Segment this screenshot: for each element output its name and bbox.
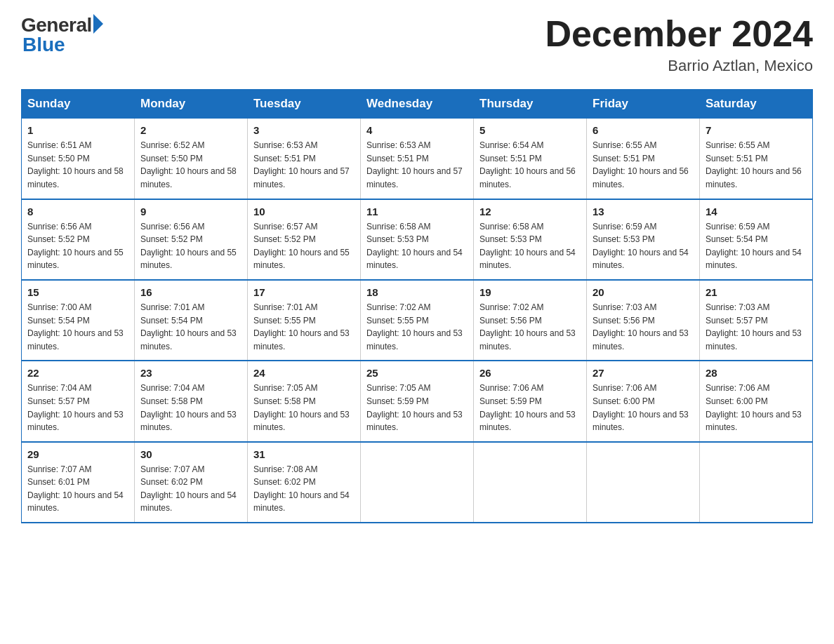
calendar-table: SundayMondayTuesdayWednesdayThursdayFrid… — [21, 89, 813, 523]
weekday-header: Thursday — [474, 90, 587, 119]
day-number: 18 — [366, 286, 468, 298]
calendar-cell: 27 Sunrise: 7:06 AMSunset: 6:00 PMDaylig… — [587, 361, 700, 441]
calendar-cell: 19 Sunrise: 7:02 AMSunset: 5:56 PMDaylig… — [474, 280, 587, 361]
calendar-cell: 17 Sunrise: 7:01 AMSunset: 5:55 PMDaylig… — [248, 280, 361, 361]
day-number: 30 — [140, 448, 241, 460]
day-info: Sunrise: 6:59 AMSunset: 5:53 PMDaylight:… — [593, 222, 689, 271]
day-number: 26 — [479, 367, 581, 379]
calendar-cell — [587, 442, 700, 523]
day-number: 15 — [27, 286, 128, 298]
calendar-cell: 6 Sunrise: 6:55 AMSunset: 5:51 PMDayligh… — [587, 119, 700, 199]
calendar-cell: 31 Sunrise: 7:08 AMSunset: 6:02 PMDaylig… — [248, 442, 361, 523]
day-info: Sunrise: 7:02 AMSunset: 5:56 PMDaylight:… — [479, 302, 576, 351]
day-number: 23 — [140, 367, 241, 379]
day-number: 10 — [253, 206, 355, 217]
day-info: Sunrise: 6:52 AMSunset: 5:50 PMDaylight:… — [140, 140, 237, 189]
calendar-cell: 25 Sunrise: 7:05 AMSunset: 5:59 PMDaylig… — [361, 361, 474, 441]
calendar-cell: 24 Sunrise: 7:05 AMSunset: 5:58 PMDaylig… — [248, 361, 361, 441]
calendar-cell: 5 Sunrise: 6:54 AMSunset: 5:51 PMDayligh… — [474, 119, 587, 199]
day-info: Sunrise: 7:06 AMSunset: 6:00 PMDaylight:… — [593, 383, 689, 432]
day-info: Sunrise: 7:08 AMSunset: 6:02 PMDaylight:… — [253, 464, 350, 514]
calendar-week-row: 29 Sunrise: 7:07 AMSunset: 6:01 PMDaylig… — [22, 442, 813, 523]
day-number: 9 — [140, 206, 241, 217]
day-number: 2 — [140, 124, 241, 136]
calendar-cell: 13 Sunrise: 6:59 AMSunset: 5:53 PMDaylig… — [587, 199, 700, 280]
day-number: 5 — [479, 124, 581, 136]
day-number: 12 — [479, 206, 581, 217]
day-number: 7 — [706, 124, 807, 136]
day-info: Sunrise: 7:05 AMSunset: 5:59 PMDaylight:… — [366, 383, 463, 432]
day-info: Sunrise: 6:58 AMSunset: 5:53 PMDaylight:… — [479, 222, 576, 271]
day-info: Sunrise: 7:06 AMSunset: 5:59 PMDaylight:… — [479, 383, 576, 432]
day-info: Sunrise: 6:55 AMSunset: 5:51 PMDaylight:… — [593, 140, 689, 189]
calendar-cell: 20 Sunrise: 7:03 AMSunset: 5:56 PMDaylig… — [587, 280, 700, 361]
day-info: Sunrise: 7:03 AMSunset: 5:57 PMDaylight:… — [706, 302, 802, 351]
weekday-header-row: SundayMondayTuesdayWednesdayThursdayFrid… — [22, 90, 813, 119]
month-title: December 2024 — [545, 14, 813, 54]
calendar-cell: 2 Sunrise: 6:52 AMSunset: 5:50 PMDayligh… — [135, 119, 248, 199]
day-info: Sunrise: 6:54 AMSunset: 5:51 PMDaylight:… — [479, 140, 576, 189]
day-info: Sunrise: 7:02 AMSunset: 5:55 PMDaylight:… — [366, 302, 463, 351]
day-number: 31 — [253, 448, 355, 460]
day-number: 14 — [706, 206, 807, 217]
day-number: 27 — [593, 367, 694, 379]
day-number: 19 — [479, 286, 581, 298]
weekday-header: Saturday — [700, 90, 813, 119]
weekday-header: Tuesday — [248, 90, 361, 119]
day-info: Sunrise: 7:07 AMSunset: 6:02 PMDaylight:… — [140, 464, 237, 514]
calendar-cell: 28 Sunrise: 7:06 AMSunset: 6:00 PMDaylig… — [700, 361, 813, 441]
logo: General Blue — [21, 14, 103, 56]
day-number: 1 — [27, 124, 128, 136]
day-info: Sunrise: 7:04 AMSunset: 5:57 PMDaylight:… — [27, 383, 124, 432]
day-number: 13 — [593, 206, 694, 217]
calendar-cell: 8 Sunrise: 6:56 AMSunset: 5:52 PMDayligh… — [22, 199, 135, 280]
day-number: 8 — [27, 206, 128, 217]
calendar-cell: 9 Sunrise: 6:56 AMSunset: 5:52 PMDayligh… — [135, 199, 248, 280]
calendar-cell: 3 Sunrise: 6:53 AMSunset: 5:51 PMDayligh… — [248, 119, 361, 199]
day-info: Sunrise: 6:58 AMSunset: 5:53 PMDaylight:… — [366, 222, 463, 271]
day-number: 17 — [253, 286, 355, 298]
calendar-cell: 30 Sunrise: 7:07 AMSunset: 6:02 PMDaylig… — [135, 442, 248, 523]
calendar-week-row: 22 Sunrise: 7:04 AMSunset: 5:57 PMDaylig… — [22, 361, 813, 441]
calendar-week-row: 8 Sunrise: 6:56 AMSunset: 5:52 PMDayligh… — [22, 199, 813, 280]
calendar-cell: 12 Sunrise: 6:58 AMSunset: 5:53 PMDaylig… — [474, 199, 587, 280]
calendar-cell: 21 Sunrise: 7:03 AMSunset: 5:57 PMDaylig… — [700, 280, 813, 361]
weekday-header: Monday — [135, 90, 248, 119]
day-number: 20 — [593, 286, 694, 298]
calendar-cell: 14 Sunrise: 6:59 AMSunset: 5:54 PMDaylig… — [700, 199, 813, 280]
day-number: 6 — [593, 124, 694, 136]
calendar-cell: 23 Sunrise: 7:04 AMSunset: 5:58 PMDaylig… — [135, 361, 248, 441]
day-number: 25 — [366, 367, 468, 379]
weekday-header: Wednesday — [361, 90, 474, 119]
weekday-header: Friday — [587, 90, 700, 119]
calendar-cell: 10 Sunrise: 6:57 AMSunset: 5:52 PMDaylig… — [248, 199, 361, 280]
calendar-cell — [474, 442, 587, 523]
day-info: Sunrise: 6:56 AMSunset: 5:52 PMDaylight:… — [140, 222, 237, 271]
day-number: 22 — [27, 367, 128, 379]
logo-blue-text: Blue — [22, 34, 65, 56]
day-number: 4 — [366, 124, 468, 136]
calendar-cell: 1 Sunrise: 6:51 AMSunset: 5:50 PMDayligh… — [22, 119, 135, 199]
logo-arrow-icon — [93, 14, 103, 34]
day-number: 28 — [706, 367, 807, 379]
location-subtitle: Barrio Aztlan, Mexico — [545, 57, 813, 75]
day-info: Sunrise: 7:05 AMSunset: 5:58 PMDaylight:… — [253, 383, 350, 432]
day-info: Sunrise: 6:51 AMSunset: 5:50 PMDaylight:… — [27, 140, 124, 189]
day-info: Sunrise: 6:53 AMSunset: 5:51 PMDaylight:… — [366, 140, 463, 189]
day-info: Sunrise: 6:56 AMSunset: 5:52 PMDaylight:… — [27, 222, 124, 271]
day-info: Sunrise: 7:00 AMSunset: 5:54 PMDaylight:… — [27, 302, 124, 351]
day-number: 3 — [253, 124, 355, 136]
calendar-cell: 26 Sunrise: 7:06 AMSunset: 5:59 PMDaylig… — [474, 361, 587, 441]
calendar-week-row: 1 Sunrise: 6:51 AMSunset: 5:50 PMDayligh… — [22, 119, 813, 199]
day-info: Sunrise: 7:01 AMSunset: 5:55 PMDaylight:… — [253, 302, 350, 351]
calendar-cell: 7 Sunrise: 6:55 AMSunset: 5:51 PMDayligh… — [700, 119, 813, 199]
calendar-cell: 16 Sunrise: 7:01 AMSunset: 5:54 PMDaylig… — [135, 280, 248, 361]
day-number: 24 — [253, 367, 355, 379]
calendar-cell: 15 Sunrise: 7:00 AMSunset: 5:54 PMDaylig… — [22, 280, 135, 361]
calendar-cell: 22 Sunrise: 7:04 AMSunset: 5:57 PMDaylig… — [22, 361, 135, 441]
calendar-cell — [361, 442, 474, 523]
page-header: General Blue December 2024 Barrio Aztlan… — [21, 14, 813, 75]
day-number: 29 — [27, 448, 128, 460]
day-info: Sunrise: 6:59 AMSunset: 5:54 PMDaylight:… — [706, 222, 802, 271]
calendar-cell: 18 Sunrise: 7:02 AMSunset: 5:55 PMDaylig… — [361, 280, 474, 361]
